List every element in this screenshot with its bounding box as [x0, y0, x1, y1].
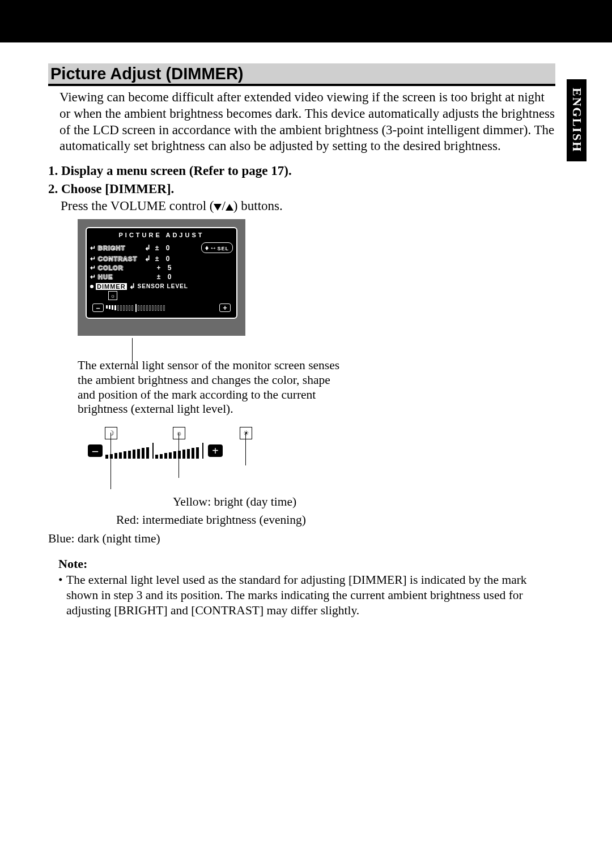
down-arrow-icon [214, 204, 222, 211]
osd-callout-line [48, 338, 555, 355]
color-legend: Yellow: bright (day time) Red: intermedi… [48, 493, 555, 548]
osd-row-color: ↵ COLOR + 5 [90, 263, 233, 272]
header-black-bar [0, 0, 612, 42]
osd-row-dimmer: DIMMER ↲ SENSOR LEVEL [90, 281, 233, 291]
return-icon: ↵ [90, 264, 96, 272]
osd-level-bar: – + [90, 301, 233, 312]
minus-button: – [92, 303, 104, 312]
return-icon: ↵ [90, 273, 96, 281]
osd-title: PICTURE ADJUST [90, 230, 233, 242]
osd-row-contrast: ↵ CONTRAST ↲ ± 0 [90, 254, 233, 263]
sun-icon: ☼ [108, 291, 117, 300]
return-icon: ↵ [90, 244, 96, 252]
intro-paragraph: Viewing can become difficult after exten… [60, 89, 555, 155]
plus-button: + [219, 303, 231, 312]
osd-sel-indicator: ♦↔SEL [201, 242, 233, 253]
language-tab: ENGLISH [567, 79, 586, 161]
language-tab-text: ENGLISH [570, 88, 584, 152]
moon-icon: ☽ [105, 427, 117, 439]
enter-icon: ↲ [144, 254, 151, 263]
osd-screenshot: PICTURE ADJUST ↵ BRIGHT ↲ ± 0 ♦↔SEL ↵ CO… [78, 219, 245, 336]
plus-button-large: + [208, 444, 223, 457]
yellow-legend: Yellow: bright (day time) [173, 493, 555, 511]
minus-button-large: – [88, 444, 103, 457]
blue-legend: Blue: dark (night time) [48, 529, 555, 548]
sun-large-icon: ☀ [240, 427, 252, 439]
return-icon: ↵ [90, 255, 96, 263]
note-item: • The external light level used as the s… [58, 572, 555, 618]
step-2: 2. Choose [DIMMER]. [48, 182, 555, 196]
step-2-instruction: Press the VOLUME control (/) buttons. [61, 199, 555, 213]
red-legend: Red: intermediate brightness (evening) [116, 511, 555, 529]
osd-caption: The external light sensor of the monitor… [78, 358, 350, 417]
osd-row-bright: ↵ BRIGHT ↲ ± 0 ♦↔SEL [90, 242, 233, 254]
bullet-icon [90, 285, 94, 288]
sun-small-icon: ☼ [173, 427, 185, 439]
dimmer-level-diagram: ☽ ☼ ☀ – + [88, 427, 269, 490]
step-1: 1. Display a menu screen (Refer to page … [48, 164, 555, 178]
enter-icon: ↲ [144, 243, 151, 252]
enter-icon: ↲ [129, 282, 135, 290]
section-title: Picture Adjust (DIMMER) [48, 63, 555, 86]
up-arrow-icon [226, 204, 233, 211]
osd-row-hue: ↵ HUE ± 0 [90, 272, 233, 281]
note-header: Note: [58, 557, 555, 571]
